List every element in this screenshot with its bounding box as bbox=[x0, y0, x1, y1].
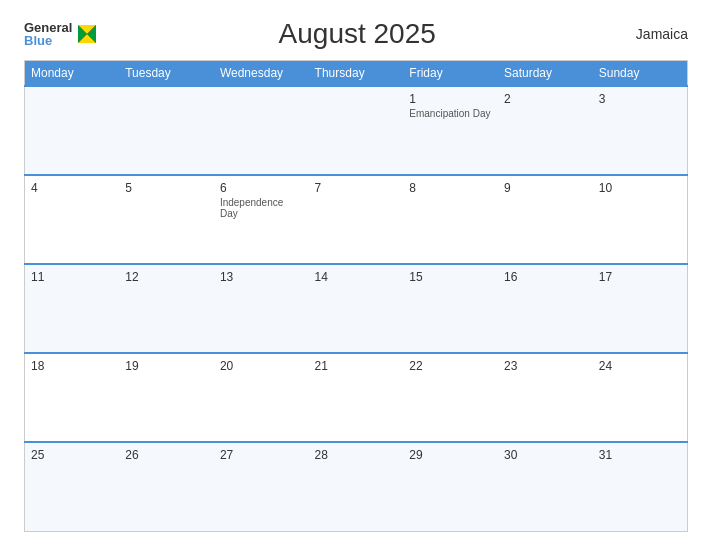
calendar-cell bbox=[214, 86, 309, 175]
holiday-label: Independence Day bbox=[220, 197, 303, 219]
calendar-cell: 27 bbox=[214, 442, 309, 531]
calendar-cell: 13 bbox=[214, 264, 309, 353]
calendar-cell: 19 bbox=[119, 353, 214, 442]
calendar-cell: 10 bbox=[593, 175, 688, 264]
calendar-title: August 2025 bbox=[96, 18, 618, 50]
header-saturday: Saturday bbox=[498, 61, 593, 87]
day-number: 13 bbox=[220, 270, 303, 284]
calendar-cell: 9 bbox=[498, 175, 593, 264]
calendar-cell: 28 bbox=[309, 442, 404, 531]
day-number: 12 bbox=[125, 270, 208, 284]
day-number: 24 bbox=[599, 359, 681, 373]
day-number: 20 bbox=[220, 359, 303, 373]
day-number: 17 bbox=[599, 270, 681, 284]
day-number: 30 bbox=[504, 448, 587, 462]
calendar-cell: 20 bbox=[214, 353, 309, 442]
header-friday: Friday bbox=[403, 61, 498, 87]
header-thursday: Thursday bbox=[309, 61, 404, 87]
day-number: 27 bbox=[220, 448, 303, 462]
day-number: 9 bbox=[504, 181, 587, 195]
calendar-cell: 4 bbox=[25, 175, 120, 264]
day-number: 22 bbox=[409, 359, 492, 373]
country-label: Jamaica bbox=[618, 26, 688, 42]
calendar-week-row: 11121314151617 bbox=[25, 264, 688, 353]
calendar-cell: 3 bbox=[593, 86, 688, 175]
day-number: 1 bbox=[409, 92, 492, 106]
calendar-cell: 1Emancipation Day bbox=[403, 86, 498, 175]
calendar-week-row: 18192021222324 bbox=[25, 353, 688, 442]
day-number: 5 bbox=[125, 181, 208, 195]
day-number: 3 bbox=[599, 92, 681, 106]
day-number: 11 bbox=[31, 270, 113, 284]
day-number: 10 bbox=[599, 181, 681, 195]
calendar-week-row: 25262728293031 bbox=[25, 442, 688, 531]
calendar-cell: 29 bbox=[403, 442, 498, 531]
calendar-cell bbox=[309, 86, 404, 175]
day-number: 6 bbox=[220, 181, 303, 195]
day-number: 18 bbox=[31, 359, 113, 373]
day-number: 26 bbox=[125, 448, 208, 462]
day-number: 14 bbox=[315, 270, 398, 284]
calendar-cell: 2 bbox=[498, 86, 593, 175]
calendar-cell: 23 bbox=[498, 353, 593, 442]
page: General Blue August 2025 Jamaica Monday … bbox=[0, 0, 712, 550]
calendar-cell: 30 bbox=[498, 442, 593, 531]
day-number: 15 bbox=[409, 270, 492, 284]
day-number: 4 bbox=[31, 181, 113, 195]
calendar-cell: 16 bbox=[498, 264, 593, 353]
calendar-cell: 5 bbox=[119, 175, 214, 264]
logo: General Blue bbox=[24, 21, 96, 47]
day-number: 21 bbox=[315, 359, 398, 373]
header-sunday: Sunday bbox=[593, 61, 688, 87]
day-number: 19 bbox=[125, 359, 208, 373]
day-number: 25 bbox=[31, 448, 113, 462]
calendar-cell: 21 bbox=[309, 353, 404, 442]
day-number: 31 bbox=[599, 448, 681, 462]
calendar-table: Monday Tuesday Wednesday Thursday Friday… bbox=[24, 60, 688, 532]
day-number: 8 bbox=[409, 181, 492, 195]
holiday-label: Emancipation Day bbox=[409, 108, 492, 119]
weekday-header-row: Monday Tuesday Wednesday Thursday Friday… bbox=[25, 61, 688, 87]
calendar-cell bbox=[25, 86, 120, 175]
header-wednesday: Wednesday bbox=[214, 61, 309, 87]
calendar-cell: 24 bbox=[593, 353, 688, 442]
day-number: 23 bbox=[504, 359, 587, 373]
day-number: 29 bbox=[409, 448, 492, 462]
logo-blue: Blue bbox=[24, 34, 72, 47]
calendar-week-row: 1Emancipation Day23 bbox=[25, 86, 688, 175]
calendar-cell: 18 bbox=[25, 353, 120, 442]
calendar-cell: 14 bbox=[309, 264, 404, 353]
calendar-cell: 7 bbox=[309, 175, 404, 264]
calendar-cell: 17 bbox=[593, 264, 688, 353]
calendar-cell: 25 bbox=[25, 442, 120, 531]
day-number: 7 bbox=[315, 181, 398, 195]
calendar-cell: 31 bbox=[593, 442, 688, 531]
day-number: 2 bbox=[504, 92, 587, 106]
header-tuesday: Tuesday bbox=[119, 61, 214, 87]
calendar-cell: 8 bbox=[403, 175, 498, 264]
calendar-cell: 11 bbox=[25, 264, 120, 353]
logo-flag-icon bbox=[78, 25, 96, 43]
day-number: 28 bbox=[315, 448, 398, 462]
calendar-cell bbox=[119, 86, 214, 175]
header-monday: Monday bbox=[25, 61, 120, 87]
calendar-cell: 26 bbox=[119, 442, 214, 531]
calendar-week-row: 456Independence Day78910 bbox=[25, 175, 688, 264]
calendar-cell: 15 bbox=[403, 264, 498, 353]
header: General Blue August 2025 Jamaica bbox=[24, 18, 688, 50]
calendar-cell: 6Independence Day bbox=[214, 175, 309, 264]
day-number: 16 bbox=[504, 270, 587, 284]
calendar-cell: 12 bbox=[119, 264, 214, 353]
calendar-cell: 22 bbox=[403, 353, 498, 442]
